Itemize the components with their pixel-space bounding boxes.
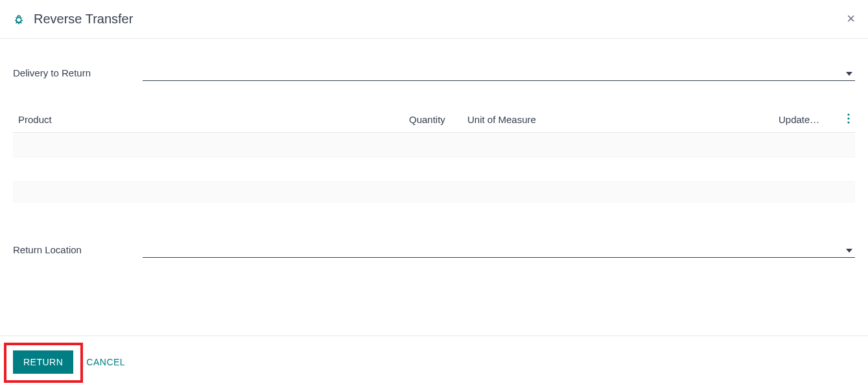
delivery-to-return-value (143, 65, 855, 80)
svg-point-1 (847, 117, 849, 119)
table-empty-row[interactable] (13, 133, 855, 157)
cancel-button[interactable]: CANCEL (86, 357, 125, 367)
return-location-select[interactable] (143, 242, 855, 258)
caret-down-icon (846, 67, 852, 78)
modal-footer: RETURN CANCEL (0, 336, 868, 388)
delivery-to-return-select[interactable] (143, 65, 855, 81)
close-button[interactable]: × (847, 12, 855, 26)
column-header-unit[interactable]: Unit of Measure (467, 114, 779, 125)
products-table: Product Quantity Unit of Measure Update… (13, 107, 855, 203)
column-header-update[interactable]: Update… (779, 114, 830, 125)
modal-header: Reverse Transfer × (0, 0, 868, 39)
table-footer-row (13, 181, 855, 203)
return-button[interactable]: RETURN (13, 350, 73, 374)
column-header-quantity[interactable]: Quantity (409, 114, 467, 125)
svg-point-2 (847, 121, 849, 123)
svg-point-0 (847, 113, 849, 115)
table-header-row: Product Quantity Unit of Measure Update… (13, 107, 855, 133)
table-spacer (13, 157, 855, 181)
return-location-row: Return Location (13, 242, 855, 258)
return-location-label: Return Location (13, 244, 143, 255)
modal-title: Reverse Transfer (34, 12, 133, 27)
caret-down-icon (846, 244, 852, 255)
return-location-value (143, 242, 855, 257)
kebab-menu-icon[interactable] (830, 113, 850, 124)
modal-body: Delivery to Return Product Quantity Unit… (0, 39, 868, 297)
bug-icon[interactable] (13, 14, 25, 25)
delivery-to-return-row: Delivery to Return (13, 65, 855, 81)
column-header-product[interactable]: Product (18, 114, 409, 125)
delivery-to-return-label: Delivery to Return (13, 67, 143, 78)
